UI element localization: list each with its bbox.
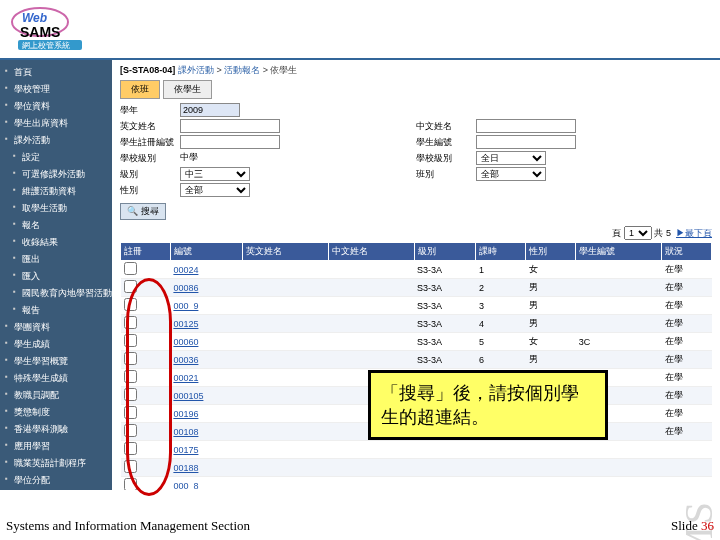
sidebar-item[interactable]: 學生出席資料 bbox=[0, 115, 112, 132]
table-cell: 00024 bbox=[170, 261, 242, 279]
table-cell bbox=[121, 477, 171, 491]
last-page-link[interactable]: ▶最下頁 bbox=[676, 228, 712, 238]
table-cell bbox=[242, 279, 328, 297]
search-button[interactable]: 🔍 搜尋 bbox=[120, 203, 166, 220]
row-checkbox[interactable] bbox=[124, 478, 137, 490]
sidebar-item[interactable]: 設定 bbox=[0, 149, 112, 166]
table-cell: S3-3A bbox=[414, 279, 476, 297]
table-cell: 男 bbox=[526, 351, 576, 369]
table-cell: 在學 bbox=[662, 315, 712, 333]
row-checkbox[interactable] bbox=[124, 370, 137, 383]
sidebar-item[interactable]: 學團資料 bbox=[0, 319, 112, 336]
student-link[interactable]: 00108 bbox=[173, 427, 198, 437]
level-label: 學校級別 bbox=[120, 151, 180, 165]
sidebar-item[interactable]: 國民教育內地學習活動 bbox=[0, 285, 112, 302]
table-cell: S3-3A bbox=[414, 297, 476, 315]
breadcrumb-p1[interactable]: 課外活動 bbox=[178, 65, 214, 75]
row-checkbox[interactable] bbox=[124, 460, 137, 473]
table-cell: 3 bbox=[476, 297, 526, 315]
sidebar-item[interactable]: 首頁 bbox=[0, 64, 112, 81]
stuno-input[interactable] bbox=[476, 135, 576, 149]
table-row: 00125S3-3A4男在學 bbox=[121, 315, 712, 333]
sidebar-item[interactable]: 學位資料 bbox=[0, 98, 112, 115]
student-link[interactable]: 000105 bbox=[173, 391, 203, 401]
sidebar-item[interactable]: 教職員調配 bbox=[0, 387, 112, 404]
slide-label: Slide bbox=[671, 518, 698, 533]
row-checkbox[interactable] bbox=[124, 316, 137, 329]
class-select[interactable]: 全部 bbox=[476, 167, 546, 181]
sidebar-item[interactable]: 報告 bbox=[0, 302, 112, 319]
eng-name-input[interactable] bbox=[180, 119, 280, 133]
sex-select[interactable]: 全部 bbox=[180, 183, 250, 197]
header: Web SAMS 網上校管系統 bbox=[0, 0, 720, 60]
row-checkbox[interactable] bbox=[124, 406, 137, 419]
table-cell bbox=[242, 405, 328, 423]
table-cell: S3-3A bbox=[414, 261, 476, 279]
sidebar-item[interactable]: 可選修課外活動 bbox=[0, 166, 112, 183]
table-cell bbox=[576, 297, 662, 315]
breadcrumb: [S-STA08-04] 課外活動 > 活動報名 > 依學生 bbox=[120, 64, 712, 77]
student-link[interactable]: 000_8 bbox=[173, 481, 198, 491]
sidebar-item[interactable]: 資料管理 bbox=[0, 489, 112, 490]
row-checkbox[interactable] bbox=[124, 442, 137, 455]
row-checkbox[interactable] bbox=[124, 262, 137, 275]
breadcrumb-p2[interactable]: 活動報名 bbox=[224, 65, 260, 75]
table-row: 00060S3-3A5女3C在學 bbox=[121, 333, 712, 351]
table-cell: 000_9 bbox=[170, 297, 242, 315]
section-select[interactable]: 全日 bbox=[476, 151, 546, 165]
student-link[interactable]: 00196 bbox=[173, 409, 198, 419]
table-cell: 在學 bbox=[662, 369, 712, 387]
sidebar-item[interactable]: 學位分配 bbox=[0, 472, 112, 489]
tab-by-student[interactable]: 依學生 bbox=[163, 80, 212, 99]
student-link[interactable]: 000_9 bbox=[173, 301, 198, 311]
eng-label: 英文姓名 bbox=[120, 119, 180, 133]
regno-label: 學生註冊編號 bbox=[120, 135, 180, 149]
sidebar-item[interactable]: 獎懲制度 bbox=[0, 404, 112, 421]
row-checkbox[interactable] bbox=[124, 334, 137, 347]
student-link[interactable]: 00060 bbox=[173, 337, 198, 347]
table-cell bbox=[576, 477, 662, 491]
sidebar-item[interactable]: 匯出 bbox=[0, 251, 112, 268]
sidebar-item[interactable]: 應用學習 bbox=[0, 438, 112, 455]
stuno-label: 學生編號 bbox=[416, 135, 476, 149]
student-link[interactable]: 00086 bbox=[173, 283, 198, 293]
tab-by-class[interactable]: 依班 bbox=[120, 80, 160, 99]
sidebar-item[interactable]: 取學生活動 bbox=[0, 200, 112, 217]
student-link[interactable]: 00175 bbox=[173, 445, 198, 455]
student-link[interactable]: 00036 bbox=[173, 355, 198, 365]
sidebar-item[interactable]: 學生學習概覽 bbox=[0, 353, 112, 370]
student-link[interactable]: 00188 bbox=[173, 463, 198, 473]
table-cell bbox=[328, 297, 414, 315]
sidebar-item[interactable]: 維護活動資料 bbox=[0, 183, 112, 200]
regno-input[interactable] bbox=[180, 135, 280, 149]
student-link[interactable]: 00125 bbox=[173, 319, 198, 329]
tabs: 依班 依學生 bbox=[120, 80, 712, 99]
sidebar-item[interactable]: 報名 bbox=[0, 217, 112, 234]
grade-select[interactable]: 中三 bbox=[180, 167, 250, 181]
sidebar-item[interactable]: 特殊學生成績 bbox=[0, 370, 112, 387]
row-checkbox[interactable] bbox=[124, 298, 137, 311]
row-checkbox[interactable] bbox=[124, 424, 137, 437]
table-header: 英文姓名 bbox=[242, 243, 328, 261]
sidebar-item[interactable]: 學校管理 bbox=[0, 81, 112, 98]
table-cell bbox=[662, 441, 712, 459]
table-cell bbox=[121, 315, 171, 333]
year-label: 學年 bbox=[120, 103, 180, 117]
page-select[interactable]: 1 bbox=[624, 226, 652, 240]
table-cell bbox=[242, 369, 328, 387]
sidebar-item[interactable]: 香港學科測驗 bbox=[0, 421, 112, 438]
table-cell: 00125 bbox=[170, 315, 242, 333]
sidebar-item[interactable]: 課外活動 bbox=[0, 132, 112, 149]
student-link[interactable]: 00021 bbox=[173, 373, 198, 383]
row-checkbox[interactable] bbox=[124, 352, 137, 365]
sidebar-item[interactable]: 職業英語計劃程序 bbox=[0, 455, 112, 472]
student-link[interactable]: 00024 bbox=[173, 265, 198, 275]
sidebar-item[interactable]: 收錄結果 bbox=[0, 234, 112, 251]
year-input[interactable] bbox=[180, 103, 240, 117]
chi-name-input[interactable] bbox=[476, 119, 576, 133]
row-checkbox[interactable] bbox=[124, 280, 137, 293]
row-checkbox[interactable] bbox=[124, 388, 137, 401]
slide-number: 36 bbox=[701, 518, 714, 533]
sidebar-item[interactable]: 學生成績 bbox=[0, 336, 112, 353]
sidebar-item[interactable]: 匯入 bbox=[0, 268, 112, 285]
